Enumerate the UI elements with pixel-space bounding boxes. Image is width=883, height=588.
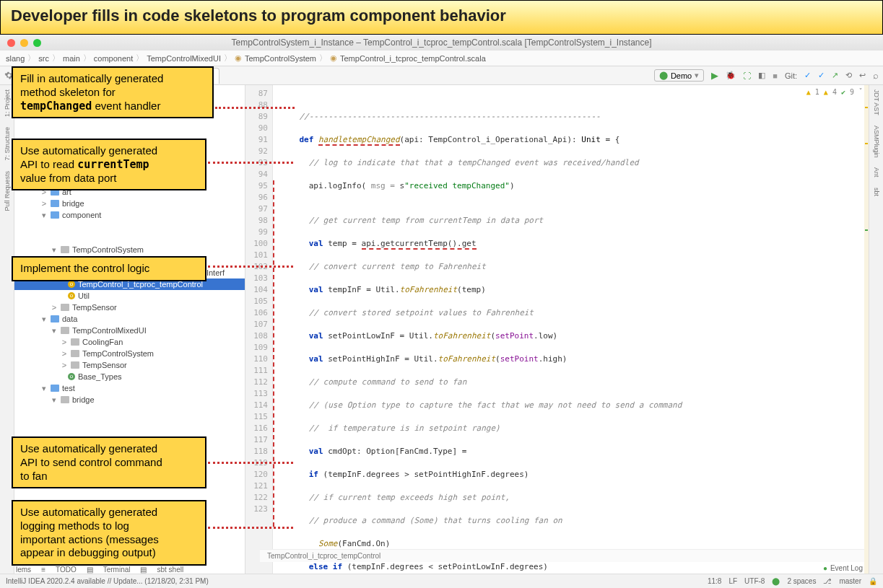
right-tool-strip: JDT AST ASMPlugin Ant sbt — [869, 85, 883, 574]
tool-tab-structure[interactable]: 7: Structure — [4, 127, 11, 161]
folder-icon — [71, 361, 79, 369]
crumb-item[interactable]: main — [63, 54, 80, 63]
folder-icon — [51, 200, 59, 207]
tool-tab-project[interactable]: 1: Project — [4, 89, 11, 117]
inspection-summary[interactable]: ▲1 ▲4 ✔9ˇ — [806, 87, 863, 98]
object-icon: o — [68, 292, 75, 299]
tool-tab-sbtshell[interactable]: sbt shell — [157, 566, 183, 574]
error-stripe[interactable] — [864, 85, 869, 574]
window-titlebar: TempControlSystem_i_Instance – TempContr… — [0, 35, 883, 51]
tree-row[interactable]: ▾data — [14, 313, 245, 325]
navigation-breadcrumbs: slang〉 src〉 main〉 component〉 TempControl… — [0, 51, 883, 66]
tree-row[interactable]: >bridge — [14, 198, 245, 209]
tree-row[interactable]: >TempControlSystem — [14, 348, 245, 359]
tree-row[interactable]: oUtil — [14, 290, 245, 302]
coverage-button[interactable]: ⛶ — [743, 71, 751, 80]
callout-3: Implement the control logic — [12, 256, 206, 281]
status-bar: IntelliJ IDEA 2020.2.4 available // Upda… — [0, 574, 883, 588]
folder-icon — [61, 396, 69, 403]
git-push-icon[interactable]: ↗ — [832, 71, 838, 80]
folder-icon — [61, 304, 69, 311]
run-config-label: Demo — [671, 71, 692, 80]
code-area[interactable]: ▲1 ▲4 ✔9ˇ //----------------------------… — [273, 85, 864, 574]
lock-icon: 🔒 — [869, 577, 877, 585]
debug-button[interactable]: 🐞 — [726, 71, 736, 80]
crumb-item[interactable]: TempControl_i_tcproc_tempControl.scala — [340, 54, 486, 63]
folder-icon — [51, 315, 59, 322]
profile-button[interactable]: ◧ — [758, 71, 765, 80]
editor-breadcrumb[interactable]: TempControl_i_tcproc_tempControl — [260, 549, 864, 562]
folder-icon — [61, 327, 69, 334]
tree-row[interactable]: >CoolingFan — [14, 336, 245, 348]
folder-icon — [71, 350, 79, 357]
run-button[interactable]: ▶ — [711, 70, 718, 81]
tool-tab-pullrequests[interactable]: Pull Requests — [4, 171, 11, 211]
git-label: Git: — [785, 71, 797, 80]
tree-row[interactable]: ▾TempControlSystem — [14, 244, 245, 255]
status-message[interactable]: IntelliJ IDEA 2020.2.4 available // Upda… — [6, 577, 209, 585]
object-icon: o — [68, 373, 75, 380]
slide-banner: Developer fills in code skeletons to pro… — [0, 0, 883, 35]
code-editor[interactable]: 8788899091929394959697989910010110210310… — [245, 85, 869, 574]
banner-title: Developer fills in code skeletons to pro… — [11, 6, 506, 25]
line-separator[interactable]: LF — [728, 577, 737, 585]
event-log-button[interactable]: ●Event Log — [823, 564, 863, 572]
folder-icon — [61, 246, 69, 253]
tree-row[interactable]: >TempSensor — [14, 359, 245, 371]
tool-tab-asmplugin[interactable]: ASMPlugin — [873, 126, 880, 158]
crumb-item[interactable]: slang — [6, 54, 25, 63]
tool-tab-terminal[interactable]: Terminal — [103, 566, 131, 574]
folder-icon — [51, 211, 59, 219]
crumb-item[interactable]: component — [94, 54, 133, 63]
tool-tab[interactable]: lems — [16, 566, 31, 574]
git-history-icon[interactable]: ⟲ — [845, 71, 852, 80]
crumb-item[interactable]: TempControlMixedUI — [147, 54, 221, 63]
window-title: TempControlSystem_i_Instance – TempContr… — [0, 38, 883, 48]
tool-tab-jdtast[interactable]: JDT AST — [873, 89, 880, 115]
tool-tab-ant[interactable]: Ant — [873, 167, 880, 177]
folder-icon — [51, 385, 59, 392]
run-config-selector[interactable]: ⬤Demo▾ — [654, 69, 704, 82]
crumb-item[interactable]: TempControlSystem — [245, 54, 316, 63]
tree-row[interactable]: ▾bridge — [14, 394, 245, 405]
git-branch[interactable]: master — [839, 577, 861, 585]
tree-row[interactable]: ▾test — [14, 382, 245, 394]
callout-5: Use automatically generated logging meth… — [12, 500, 206, 566]
tree-row[interactable]: oBase_Types — [14, 371, 245, 382]
folder-icon — [71, 338, 79, 346]
stop-button[interactable]: ■ — [773, 71, 778, 80]
file-encoding[interactable]: UTF-8 — [744, 577, 765, 585]
git-revert-icon[interactable]: ↩ — [859, 71, 866, 80]
git-update-icon[interactable]: ✓ — [804, 71, 811, 80]
object-icon: o — [68, 281, 75, 288]
search-icon[interactable]: ⌕ — [873, 70, 879, 81]
tree-row[interactable]: ▾TempControlMixedUI — [14, 325, 245, 336]
tool-tab-todo[interactable]: TODO — [56, 566, 77, 574]
line-number-gutter: 8788899091929394959697989910010110210310… — [245, 85, 273, 574]
tool-tab-sbt[interactable]: sbt — [873, 188, 880, 196]
callout-2: Use automatically generated API to read … — [12, 139, 206, 190]
callout-1: Fill in automatically generated method s… — [12, 66, 214, 118]
tree-row[interactable]: ▾component — [14, 209, 245, 221]
callout-4: Use automatically generated API to send … — [12, 436, 206, 488]
git-commit-icon[interactable]: ✓ — [818, 71, 825, 80]
git-branch-icon: ⎇ — [823, 577, 832, 585]
crumb-item[interactable]: src — [38, 54, 49, 63]
indent-setting[interactable]: 2 spaces — [787, 577, 816, 585]
bottom-tool-tabs: lems ≡TODO ▤Terminal ▤sbt shell — [16, 566, 183, 574]
tree-row[interactable]: >TempSensor — [14, 302, 245, 313]
caret-position[interactable]: 11:8 — [708, 577, 721, 585]
